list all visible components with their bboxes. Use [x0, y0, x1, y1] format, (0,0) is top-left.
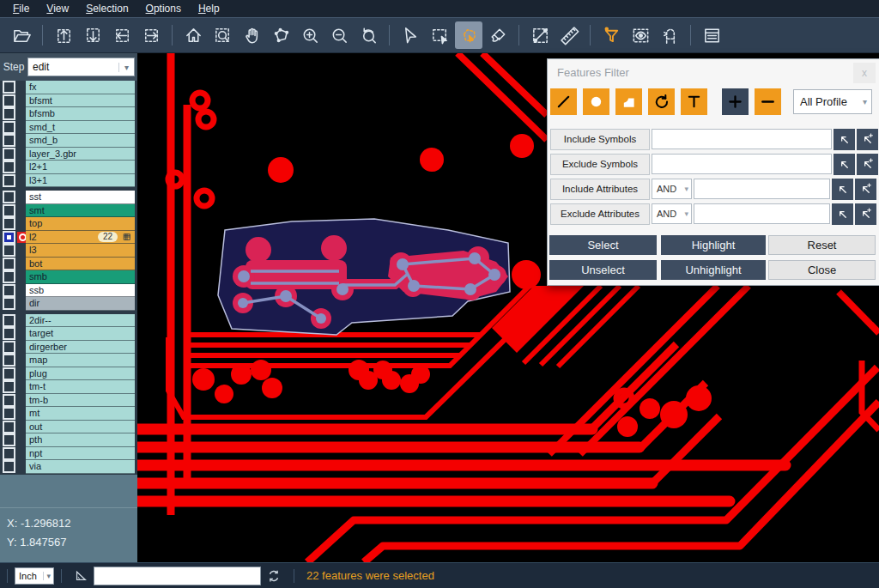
filter-value-input[interactable] [694, 179, 830, 199]
layer-checkbox[interactable] [3, 460, 15, 473]
pick-from-canvas-button[interactable] [834, 154, 855, 175]
layer-label[interactable]: via [26, 460, 135, 474]
layer-checkbox[interactable] [3, 354, 15, 367]
refresh-icon[interactable] [266, 568, 282, 584]
layer-label[interactable]: bot [26, 258, 135, 271]
layer-checkbox[interactable] [3, 433, 15, 446]
highlight-button[interactable]: Highlight [661, 235, 766, 255]
layer-label[interactable]: mt [26, 407, 135, 421]
layer-label[interactable]: fx [26, 81, 135, 94]
layer-checkbox[interactable] [3, 407, 15, 420]
select-cursor-icon[interactable] [397, 21, 424, 49]
pad-tool-button[interactable] [583, 88, 609, 115]
layer-checkbox[interactable] [3, 367, 15, 380]
layer-label[interactable]: l2+1 [26, 161, 135, 174]
surface-tool-button[interactable] [615, 88, 642, 115]
command-input[interactable] [94, 567, 261, 585]
layer-row-target[interactable]: target [0, 327, 137, 341]
layer-row-top[interactable]: top [0, 217, 137, 231]
layer-checkbox[interactable] [3, 421, 15, 433]
corner-ruler-icon[interactable] [74, 568, 88, 583]
layer-checkbox[interactable] [3, 341, 15, 354]
menu-options[interactable]: Options [138, 1, 189, 16]
snap-magnet-icon[interactable] [656, 21, 683, 49]
layer-checkbox[interactable] [3, 81, 15, 94]
arc-tool-button[interactable] [648, 88, 675, 115]
layer-label[interactable]: l3 [26, 244, 135, 258]
filter-value-input[interactable] [652, 129, 832, 149]
features-filter-icon[interactable] [597, 21, 625, 49]
pick-from-canvas-button[interactable] [834, 129, 855, 150]
layer-checkbox[interactable] [3, 161, 15, 173]
layer-label[interactable]: smd_t [26, 121, 135, 135]
layer-label[interactable]: map [26, 354, 135, 367]
brush-icon[interactable] [484, 21, 512, 49]
layer-row-smd_t[interactable]: smd_t [0, 121, 137, 135]
layer-checkbox[interactable] [3, 107, 15, 120]
layer-label[interactable]: l222 [26, 231, 135, 245]
layer-checkbox[interactable] [3, 217, 15, 230]
menu-selection[interactable]: Selection [78, 1, 136, 16]
unit-select[interactable]: Inch ▾ [15, 567, 54, 585]
layer-row-bfsmt[interactable]: bfsmt [0, 94, 137, 108]
layer-label[interactable]: plug [26, 367, 135, 381]
layer-label[interactable]: tm-b [26, 394, 135, 408]
layer-row-2dir--[interactable]: 2dir-- [0, 314, 137, 328]
polygon-select-icon[interactable] [455, 21, 482, 49]
layer-row-bot[interactable]: bot [0, 258, 137, 271]
zoom-in-icon[interactable] [296, 21, 324, 49]
grid-icon[interactable] [123, 233, 131, 241]
layer-checkbox[interactable] [3, 204, 15, 217]
layers-form-icon[interactable] [698, 21, 725, 49]
layer-label[interactable]: out [26, 421, 135, 434]
move-left-icon[interactable] [108, 21, 136, 49]
menu-view[interactable]: View [39, 1, 76, 16]
layer-label[interactable]: 2dir-- [26, 314, 135, 328]
open-folder-icon[interactable] [8, 21, 35, 49]
layer-row-l3[interactable]: l3 [0, 244, 137, 258]
layer-checkbox[interactable] [3, 394, 15, 407]
layer-row-l2[interactable]: l222 [0, 231, 137, 245]
line-tool-button[interactable] [550, 88, 577, 115]
layer-row-ssb[interactable]: ssb [0, 284, 137, 298]
pick-from-canvas-button[interactable] [832, 179, 853, 200]
layer-checkbox[interactable] [3, 284, 15, 297]
close-icon[interactable]: x [853, 63, 876, 83]
layer-row-layer_3.gbr[interactable]: layer_3.gbr [0, 148, 137, 161]
exclude-attributes-button[interactable]: Exclude Attributes [550, 203, 650, 225]
layer-row-l2+1[interactable]: l2+1 [0, 161, 137, 174]
reset-button[interactable]: Reset [768, 235, 876, 255]
unselect-button[interactable]: Unselect [549, 260, 657, 280]
layer-checkbox[interactable] [3, 231, 15, 244]
pick-from-canvas-button[interactable] [832, 203, 853, 225]
remove-button[interactable] [755, 88, 781, 115]
layer-row-pth[interactable]: pth [0, 433, 137, 447]
step-select[interactable]: edit ▾ [27, 58, 135, 76]
ruler-icon[interactable] [555, 21, 583, 49]
zoom-previous-icon[interactable] [355, 21, 382, 49]
layer-checkbox[interactable] [3, 314, 15, 327]
operator-select[interactable]: AND▾ [652, 179, 692, 199]
layer-row-tm-t[interactable]: tm-t [0, 380, 137, 394]
pick-add-from-canvas-button[interactable] [857, 154, 878, 175]
view-eye-icon[interactable] [627, 21, 654, 49]
layer-row-out[interactable]: out [0, 421, 137, 434]
layer-row-fx[interactable]: fx [0, 81, 137, 94]
layer-checkbox[interactable] [3, 327, 15, 340]
layer-label[interactable]: target [26, 327, 135, 341]
layer-label[interactable]: smt [26, 204, 135, 218]
add-button[interactable] [722, 88, 749, 115]
home-icon[interactable] [179, 21, 207, 49]
include-attributes-button[interactable]: Include Attributes [550, 179, 650, 200]
layer-checkbox[interactable] [3, 121, 15, 134]
profile-select[interactable]: All Profile ▾ [793, 89, 872, 114]
layer-checkbox[interactable] [3, 297, 15, 310]
layer-row-smd_b[interactable]: smd_b [0, 134, 137, 148]
pick-add-from-canvas-button[interactable] [855, 203, 876, 225]
layer-checkbox[interactable] [3, 270, 15, 283]
layer-label[interactable]: l3+1 [26, 174, 135, 188]
layer-checkbox[interactable] [3, 94, 15, 107]
move-right-icon[interactable] [137, 21, 165, 49]
layer-label[interactable]: layer_3.gbr [26, 148, 135, 161]
layer-row-plug[interactable]: plug [0, 367, 137, 381]
